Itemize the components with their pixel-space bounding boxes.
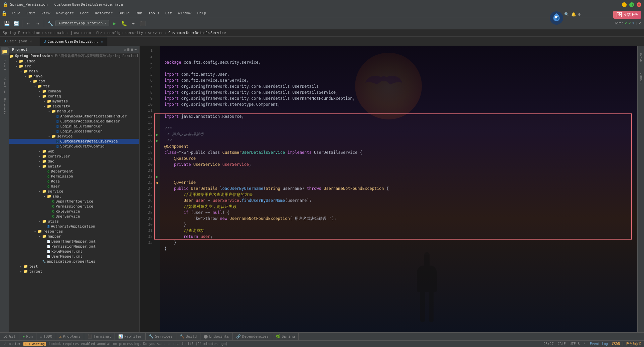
git-merge-icon[interactable]: ✔ [629, 21, 631, 25]
tree-item-security[interactable]: ▾📁security [9, 104, 139, 109]
project-sort-icon[interactable]: ≡ [131, 47, 133, 52]
project-collapse-icon[interactable]: ⊟ [127, 47, 130, 52]
bc-file[interactable]: CustomerUserDetailsService [168, 31, 226, 35]
bc-com[interactable]: com [84, 31, 91, 35]
bottom-tab-git[interactable]: ⎇ Git [0, 333, 19, 340]
tree-item-handler[interactable]: ▾📁handler [9, 109, 139, 114]
tree-item-usermapper.xml[interactable]: 📄UserMapper.xml [9, 254, 139, 259]
bc-service[interactable]: service [148, 31, 163, 35]
tree-item-src[interactable]: ▾📁src [9, 64, 139, 69]
sidebar-icon-bookmarks[interactable]: Bookmarks [1, 96, 9, 116]
tree-item-permissionservice[interactable]: CPermissionService [9, 204, 139, 209]
menu-git[interactable]: Git [163, 10, 175, 16]
tree-item-rolemapper.xml[interactable]: 📄RoleMapper.xml [9, 249, 139, 254]
right-panel-maven[interactable]: Maven [638, 47, 644, 67]
tab-user-java[interactable]: J User.java ✕ [0, 37, 40, 46]
tree-item-dao[interactable]: ▸📁dao [9, 159, 139, 164]
toolbar-back[interactable]: ← [24, 19, 32, 27]
bottom-tab-terminal[interactable]: ⬛ Terminal [84, 333, 115, 340]
line-ending[interactable]: CRLF [557, 342, 566, 346]
toolbar-debug-btn[interactable]: 🐛 [120, 19, 128, 27]
tree-item-customeraccessdeniedhandler[interactable]: JCustomerAccessDeniedHandler [9, 119, 139, 124]
tree-item-application.properties[interactable]: 🔧application.properties [9, 259, 139, 264]
toolbar-stop[interactable]: ⬛ [139, 19, 147, 27]
tree-item-loginfailurehandler[interactable]: JLoginFailureHandler [9, 124, 139, 129]
tree-item-.idea[interactable]: ▸📁.idea [9, 59, 139, 64]
tree-item-permissionmapper.xml[interactable]: 📄PermissionMapper.xml [9, 244, 139, 249]
toolbar-coverage[interactable]: ☂ [129, 19, 137, 27]
tree-item-config[interactable]: ▾📁config [9, 94, 139, 99]
event-log[interactable]: Event Log [590, 342, 608, 346]
tree-item-service[interactable]: ▾📁service [9, 134, 139, 139]
tree-item-roleservice[interactable]: CRoleService [9, 209, 139, 214]
bc-security[interactable]: security [125, 31, 143, 35]
menu-window[interactable]: Window [175, 10, 194, 16]
tree-item-utils[interactable]: ▸📁utils [9, 219, 139, 224]
tree-item-target[interactable]: ▸📁target [9, 269, 139, 274]
project-settings-icon[interactable]: ⚙ [124, 47, 126, 52]
tree-item-authorityapplication[interactable]: JAuthorityApplication [9, 224, 139, 229]
menu-build[interactable]: Build [116, 10, 132, 16]
menu-tools[interactable]: Tools [146, 10, 162, 16]
bottom-tab-profiler[interactable]: 📊 Profiler [115, 333, 146, 340]
menu-edit[interactable]: Edit [24, 10, 38, 16]
minimize-button[interactable]: – [622, 2, 627, 7]
tree-item-service[interactable]: ▾📁service [9, 189, 139, 194]
tree-item-ftz[interactable]: ▾📁ftz [9, 84, 139, 89]
bottom-tab-dependencies[interactable]: 🔗 Dependencies [233, 333, 272, 340]
encoding[interactable]: UTF-8 [570, 342, 580, 346]
menu-help[interactable]: Help [195, 10, 209, 16]
tree-item-userservice[interactable]: CUserService [9, 214, 139, 219]
menu-refactor[interactable]: Refactor [92, 10, 115, 16]
tree-item-customeruserdetailsservice[interactable]: JCustomerUserDetailsService [9, 139, 139, 144]
bottom-tab-problems[interactable]: ⚠ Problems [56, 333, 85, 340]
menu-file[interactable]: File [9, 10, 23, 16]
bottom-tab-endpoints[interactable]: ⬤ Endpoints [200, 333, 233, 340]
bottom-tab-build[interactable]: 🔨 Build [176, 333, 200, 340]
csdn-upload-button[interactable]: 投稿上传 [613, 11, 641, 19]
warnings-badge[interactable]: ⚠ 1 warning [23, 342, 46, 346]
tree-item-java[interactable]: ▾📁java [9, 74, 139, 79]
tree-item-controller[interactable]: ▸📁controller [9, 154, 139, 159]
tree-item-mybatis[interactable]: ▸📁mybatis [9, 99, 139, 104]
sidebar-icon-commit[interactable]: Commit [1, 57, 9, 73]
tree-item-com[interactable]: ▾📁com [9, 79, 139, 84]
menu-code[interactable]: Code [77, 10, 92, 16]
tree-item-role[interactable]: CRole [9, 179, 139, 184]
notifications-icon[interactable]: 🔔 [571, 12, 576, 17]
git-push-icon[interactable]: ⇅ [632, 21, 634, 25]
tree-item-resources[interactable]: ▾📁resources [9, 229, 139, 234]
tree-item-test[interactable]: ▸📁test [9, 264, 139, 269]
maximize-button[interactable]: □ [629, 2, 634, 7]
bottom-tab-todo[interactable]: ☑ TODO [36, 333, 56, 340]
tree-item-spring_permission[interactable]: 📁Spring_Permission F:\商业化项目学习\权限管理系统\Spr… [9, 53, 139, 59]
tree-item-web[interactable]: ▸📁web [9, 149, 139, 154]
bc-main[interactable]: main [57, 31, 66, 35]
bottom-tab-spring[interactable]: 🌿 Spring [272, 333, 299, 340]
bc-java[interactable]: java [70, 31, 79, 35]
settings-gear-icon[interactable]: ⚙ [578, 12, 581, 17]
bc-config[interactable]: config [107, 31, 121, 35]
tree-item-entity[interactable]: ▾📁entity [9, 164, 139, 169]
bottom-tab-services[interactable]: 🔧 Services [146, 333, 176, 340]
menu-run[interactable]: Run [133, 10, 145, 16]
git-check-icon[interactable]: ✔ [625, 21, 627, 25]
sidebar-icon-project[interactable]: 📁 [1, 47, 9, 55]
right-panel-gradle[interactable]: Gradle [638, 68, 644, 88]
tab-close-icon[interactable]: ✕ [30, 39, 32, 43]
tab-close-active-icon[interactable]: ✕ [101, 40, 103, 43]
search-icon[interactable]: 🔍 [564, 12, 569, 17]
tree-item-department[interactable]: CDepartment [9, 169, 139, 174]
menu-navigate[interactable]: Navigate [54, 10, 77, 16]
toolbar-forward[interactable]: → [34, 19, 42, 27]
run-config-selector[interactable]: AuthorityApplication ▾ [55, 20, 109, 26]
tree-item-main[interactable]: ▾📁main [9, 69, 139, 74]
tree-item-springsecurityconfig[interactable]: JSpringSecurityConfig [9, 144, 139, 149]
toolbar-build-btn[interactable]: ▶ [111, 19, 119, 27]
tree-item-departmentmapper.xml[interactable]: 📄DepartmentMapper.xml [9, 239, 139, 244]
tab-customer-service[interactable]: J CustomerUserDetailsS... ✕ [40, 37, 107, 46]
tree-item-departmentservice[interactable]: CDepartmentService [9, 199, 139, 204]
project-more-icon[interactable]: ⋯ [134, 47, 137, 52]
bottom-tab-run[interactable]: ▶ Run [19, 333, 37, 340]
code-editor[interactable]: package com.ftz.config.security.service;… [160, 46, 637, 332]
